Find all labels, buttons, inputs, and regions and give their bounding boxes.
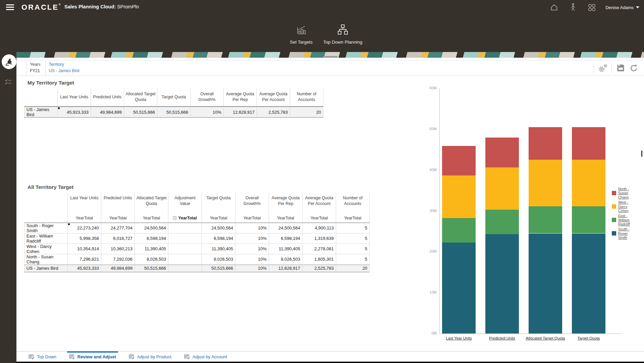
data-cell[interactable]: 10%: [235, 244, 269, 254]
data-cell[interactable]: 11,390,405: [269, 244, 303, 254]
data-cell[interactable]: 20: [336, 265, 370, 272]
apps-grid-icon[interactable]: [587, 2, 597, 12]
data-cell[interactable]: 20: [290, 107, 323, 118]
data-cell[interactable]: 6,598,194: [202, 234, 235, 244]
quota-planning-badge-icon[interactable]: [2, 54, 16, 69]
data-cell[interactable]: 2,525,783: [303, 265, 336, 272]
tab-adjust-by-account[interactable]: Adjust by Account: [182, 352, 229, 362]
data-cell[interactable]: 50,515,666: [157, 107, 191, 118]
bar-segment[interactable]: [529, 234, 562, 333]
data-cell[interactable]: 5,998,358: [68, 234, 101, 244]
data-cell[interactable]: 6,016,727: [101, 234, 135, 244]
data-cell[interactable]: 10%: [235, 223, 269, 234]
tab-adjust-by-product[interactable]: Adjust by Product: [127, 352, 173, 362]
pov-dimension-link[interactable]: Territory: [49, 62, 79, 67]
vertical-scrollbar-thumb[interactable]: [641, 151, 642, 157]
data-cell[interactable]: 49,984,699: [91, 107, 124, 118]
data-cell[interactable]: 24,500,564: [202, 223, 235, 234]
data-cell[interactable]: [168, 244, 202, 254]
row-header[interactable]: North - Susan Chang: [24, 254, 68, 265]
data-cell[interactable]: 45,923,333: [68, 265, 101, 272]
bar-segment[interactable]: [485, 167, 519, 210]
panel-drag-handle[interactable]: [323, 56, 338, 58]
data-cell[interactable]: 12,628,917: [224, 107, 257, 118]
data-cell[interactable]: 2,278,081: [303, 244, 336, 254]
row-header[interactable]: US - James Bird: [24, 265, 68, 272]
bar-segment[interactable]: [485, 210, 519, 234]
data-cell[interactable]: 50,515,666: [124, 107, 157, 118]
data-cell[interactable]: 5: [336, 254, 370, 265]
data-cell[interactable]: [168, 265, 202, 272]
user-menu[interactable]: Denise Adams: [605, 5, 639, 10]
bar-segment[interactable]: [529, 160, 562, 206]
data-cell[interactable]: 8,026,503: [202, 254, 235, 265]
bar-segment[interactable]: [485, 234, 519, 333]
task-list-icon[interactable]: [5, 79, 12, 87]
data-cell[interactable]: [168, 254, 202, 265]
data-cell[interactable]: 10%: [235, 265, 269, 272]
legend-item[interactable]: West - Darcy Cohen: [612, 200, 642, 213]
data-cell[interactable]: 22,273,240: [68, 223, 101, 234]
data-cell[interactable]: 45,923,333: [58, 107, 91, 118]
data-cell[interactable]: 5: [336, 223, 370, 234]
bar-segment[interactable]: [485, 138, 519, 167]
legend-item[interactable]: North - Susan Chang: [612, 187, 642, 199]
bar-segment[interactable]: [572, 127, 605, 160]
bar-segment[interactable]: [442, 146, 476, 176]
bar-segment[interactable]: [442, 218, 476, 243]
legend-item[interactable]: South - Roger Smith: [612, 227, 642, 240]
data-cell[interactable]: 1,319,639: [303, 234, 336, 244]
data-cell[interactable]: 24,500,564: [135, 223, 168, 234]
data-cell[interactable]: 10,354,914: [68, 244, 101, 254]
data-cell[interactable]: 7,296,821: [68, 254, 101, 265]
category-axis-label[interactable]: Target Quota: [562, 336, 615, 340]
data-cell[interactable]: 11,390,405: [135, 244, 168, 254]
data-cell[interactable]: 10,360,213: [101, 244, 135, 254]
data-cell[interactable]: 24,277,704: [101, 223, 135, 234]
save-icon[interactable]: [616, 63, 625, 73]
data-cell[interactable]: [168, 234, 202, 244]
settings-gears-icon[interactable]: [598, 63, 607, 73]
data-cell[interactable]: 8,026,503: [135, 254, 168, 265]
data-cell[interactable]: 49,984,699: [101, 265, 135, 272]
tab-review-and-adjust[interactable]: Review and Adjust: [67, 352, 118, 362]
home-icon[interactable]: [549, 2, 559, 12]
refresh-icon[interactable]: [629, 63, 639, 73]
legend-item[interactable]: East - William Radcliff: [612, 214, 642, 226]
data-cell[interactable]: 5: [336, 244, 370, 254]
data-cell[interactable]: 12,628,917: [269, 265, 303, 272]
expand-icon[interactable]: +: [173, 216, 176, 220]
data-cell[interactable]: 8,026,503: [269, 254, 303, 265]
data-cell[interactable]: 10%: [235, 254, 269, 265]
data-cell[interactable]: 2,525,783: [257, 107, 290, 118]
data-cell[interactable]: [168, 223, 202, 234]
data-cell[interactable]: 7,292,036: [101, 254, 135, 265]
hamburger-menu-icon[interactable]: [6, 4, 14, 10]
pov-member-territory[interactable]: US - James Bird: [49, 68, 79, 73]
nav-item-top-down-planning[interactable]: Top Down Planning: [314, 21, 371, 45]
bar-segment[interactable]: [572, 206, 605, 233]
data-cell[interactable]: 50,515,666: [202, 265, 235, 272]
row-header[interactable]: West - Darcy Cohen: [24, 244, 68, 254]
data-cell[interactable]: 10%: [235, 234, 269, 244]
tab-top-down[interactable]: Top Down: [26, 352, 58, 362]
data-cell[interactable]: 5: [336, 234, 370, 244]
bar-segment[interactable]: [442, 175, 476, 218]
data-cell[interactable]: 6,598,194: [269, 234, 303, 244]
row-header[interactable]: South - Roger Smith: [24, 223, 68, 234]
bar-segment[interactable]: [572, 234, 605, 333]
data-cell[interactable]: 10%: [191, 107, 224, 118]
bar-segment[interactable]: [442, 243, 476, 333]
data-cell[interactable]: 4,900,113: [303, 223, 336, 234]
data-cell[interactable]: 6,598,194: [135, 234, 168, 244]
accessibility-person-icon[interactable]: [568, 2, 578, 12]
data-cell[interactable]: 24,500,564: [269, 223, 303, 234]
row-header[interactable]: East - William Radcliff: [24, 234, 68, 244]
data-cell[interactable]: 11,390,405: [202, 244, 235, 254]
data-cell[interactable]: 1,605,301: [303, 254, 336, 265]
row-header[interactable]: US - James Bird: [24, 107, 58, 118]
bar-segment[interactable]: [529, 127, 562, 160]
bar-segment[interactable]: [572, 160, 605, 206]
data-cell[interactable]: 50,515,666: [135, 265, 168, 272]
bar-segment[interactable]: [529, 206, 562, 233]
